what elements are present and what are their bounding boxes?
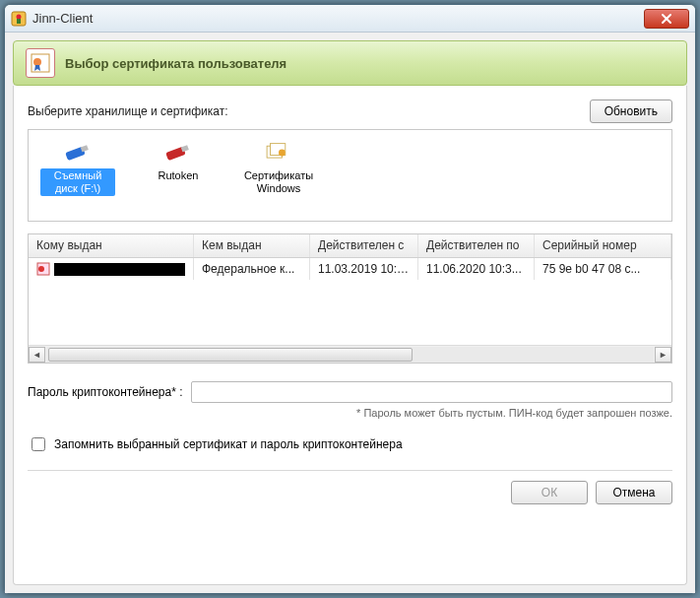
certificate-icon bbox=[26, 48, 55, 78]
password-label: Пароль криптоконтейнера* : bbox=[28, 385, 183, 399]
close-button[interactable] bbox=[644, 9, 689, 29]
scroll-thumb[interactable] bbox=[48, 348, 413, 362]
header-title: Выбор сертификата пользователя bbox=[65, 56, 286, 71]
close-icon bbox=[661, 13, 672, 25]
main-window: Jinn-Client Выбор сертификата пользовате… bbox=[4, 4, 696, 594]
storage-list: Съемный диск (F:\) Rutoken Сертифик bbox=[28, 129, 672, 222]
table-header: Кому выдан Кем выдан Действителен с Дейс… bbox=[29, 234, 671, 258]
cert-stack-icon bbox=[262, 140, 295, 166]
usb-drive-icon bbox=[61, 140, 95, 166]
col-valid-from[interactable]: Действителен с bbox=[310, 234, 418, 257]
app-icon bbox=[11, 11, 27, 27]
remember-label[interactable]: Запомнить выбранный сертификат и пароль … bbox=[54, 437, 403, 451]
certificate-table: Кому выдан Кем выдан Действителен с Дейс… bbox=[28, 233, 672, 364]
storage-item-windows-certs[interactable]: Сертификаты Windows bbox=[239, 138, 318, 198]
svg-point-11 bbox=[279, 150, 286, 157]
remember-checkbox[interactable] bbox=[32, 437, 45, 451]
body-panel: Выберите хранилище и сертификат: Обновит… bbox=[13, 86, 687, 585]
cell-issued-by: Федеральное к... bbox=[194, 258, 310, 280]
svg-point-13 bbox=[38, 266, 44, 272]
password-section: Пароль криптоконтейнера* : * Пароль може… bbox=[28, 381, 672, 419]
redacted-name bbox=[54, 263, 185, 276]
table-row[interactable]: Федеральное к... 11.03.2019 10:3... 11.0… bbox=[29, 258, 671, 280]
cell-valid-from: 11.03.2019 10:3... bbox=[310, 258, 418, 280]
prompt-label: Выберите хранилище и сертификат: bbox=[28, 104, 590, 118]
storage-item-label: Сертификаты Windows bbox=[240, 168, 317, 196]
header-panel: Выбор сертификата пользователя bbox=[13, 40, 687, 86]
svg-rect-2 bbox=[17, 19, 21, 24]
scroll-right-button[interactable]: ► bbox=[655, 347, 671, 363]
window-title: Jinn-Client bbox=[32, 11, 644, 26]
col-serial[interactable]: Серийный номер bbox=[535, 234, 671, 257]
storage-item-removable-disk[interactable]: Съемный диск (F:\) bbox=[38, 138, 117, 198]
table-body: Федеральное к... 11.03.2019 10:3... 11.0… bbox=[29, 258, 671, 345]
storage-item-label: Съемный диск (F:\) bbox=[40, 168, 115, 196]
svg-point-4 bbox=[33, 58, 41, 66]
cell-serial: 75 9e b0 47 08 c... bbox=[535, 258, 671, 280]
col-valid-to[interactable]: Действителен по bbox=[418, 234, 535, 257]
titlebar[interactable]: Jinn-Client bbox=[5, 5, 695, 33]
svg-point-1 bbox=[17, 14, 22, 19]
prompt-row: Выберите хранилище и сертификат: Обновит… bbox=[28, 100, 672, 123]
cert-row-icon bbox=[36, 262, 50, 276]
dialog-footer: ОК Отмена bbox=[28, 470, 672, 504]
cell-valid-to: 11.06.2020 10:3... bbox=[418, 258, 535, 280]
col-issued-by[interactable]: Кем выдан bbox=[194, 234, 310, 257]
horizontal-scrollbar[interactable]: ◄ ► bbox=[29, 345, 671, 363]
password-input[interactable] bbox=[191, 381, 672, 403]
refresh-button[interactable]: Обновить bbox=[590, 100, 672, 123]
scroll-track[interactable] bbox=[46, 347, 654, 363]
remember-row: Запомнить выбранный сертификат и пароль … bbox=[28, 434, 672, 454]
password-hint: * Пароль может быть пустым. ПИН-код буде… bbox=[28, 407, 672, 419]
cancel-button[interactable]: Отмена bbox=[596, 481, 672, 504]
client-area: Выбор сертификата пользователя Выберите … bbox=[5, 33, 695, 593]
usb-token-icon bbox=[161, 140, 195, 166]
ok-button[interactable]: ОК bbox=[511, 481, 588, 504]
scroll-left-button[interactable]: ◄ bbox=[29, 347, 45, 363]
col-issued-to[interactable]: Кому выдан bbox=[29, 234, 194, 257]
storage-item-label: Rutoken bbox=[155, 168, 203, 183]
storage-item-rutoken[interactable]: Rutoken bbox=[139, 138, 218, 185]
